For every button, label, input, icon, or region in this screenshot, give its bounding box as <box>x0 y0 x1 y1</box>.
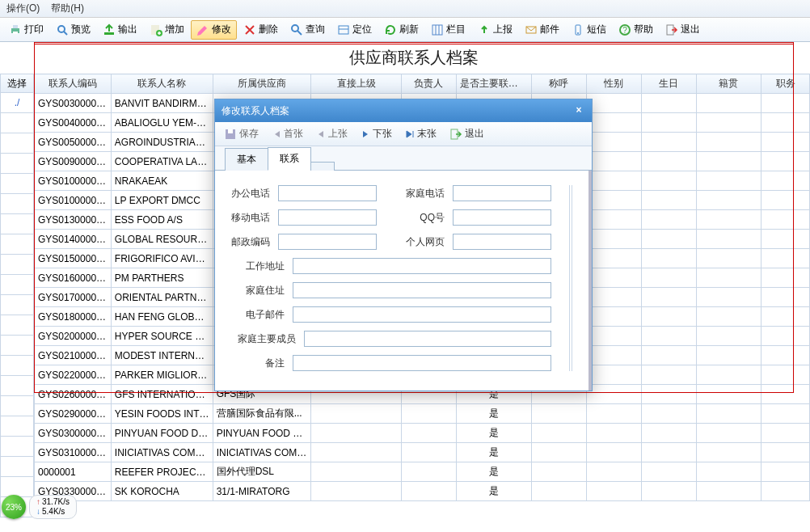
cell-code: GYS02600000001 <box>35 385 112 404</box>
work-addr-field[interactable] <box>293 258 551 274</box>
home-phone-field[interactable] <box>453 185 551 201</box>
cell-name: INICIATIVAS COME... <box>111 443 213 462</box>
tab-basic[interactable]: 基本 <box>225 148 268 171</box>
query-button[interactable]: 查询 <box>285 20 331 40</box>
cell-name: LP EXPORT DMCC <box>111 191 213 210</box>
dlg-first-button[interactable]: 首张 <box>266 125 309 144</box>
delete-button[interactable]: 删除 <box>238 20 284 40</box>
select-cell[interactable] <box>0 113 34 133</box>
column-header[interactable]: 生日 <box>641 74 696 94</box>
add-button[interactable]: 增加 <box>144 20 190 40</box>
select-cell[interactable] <box>0 376 34 396</box>
select-cell[interactable] <box>0 255 34 275</box>
select-cell[interactable] <box>0 336 34 356</box>
export-button[interactable]: 输出 <box>97 20 143 40</box>
select-cell[interactable] <box>0 214 34 234</box>
qq-field[interactable] <box>453 209 551 226</box>
cell-native <box>696 133 761 152</box>
help-button[interactable]: ?帮助 <box>613 20 659 40</box>
email-field[interactable] <box>293 306 551 323</box>
qq-label: QQ号 <box>413 211 445 225</box>
tab-contact[interactable]: 联系 <box>268 147 311 171</box>
select-cell[interactable] <box>0 174 34 194</box>
search-icon <box>290 23 303 36</box>
table-row[interactable]: 0000001REEFER PROJECT L...国外代理DSL是 <box>35 462 810 482</box>
cell-native <box>696 152 761 171</box>
sms-button[interactable]: 短信 <box>566 20 612 40</box>
table-row[interactable]: GYS03000000001PINYUAN FOOD DIS...PINYUAN… <box>35 424 810 443</box>
cell-name: ESS FOOD A/S <box>111 210 213 230</box>
cell-name: ABALIOGLU YEM-SO... <box>111 113 213 133</box>
column-header[interactable]: 是否主要联系人 <box>456 74 531 94</box>
dlg-last-button[interactable]: 末张 <box>399 125 442 144</box>
column-header[interactable]: 直接上级 <box>311 74 401 94</box>
dialog-titlebar[interactable]: 修改联系人档案 × <box>215 99 592 122</box>
menu-operate[interactable]: 操作(O) <box>6 2 40 15</box>
select-cell[interactable] <box>0 315 34 336</box>
select-cell[interactable] <box>0 437 34 457</box>
cell-code: GYS01300000001 <box>35 210 112 230</box>
select-header[interactable]: 选择 <box>0 74 34 93</box>
select-row-indicator[interactable]: ./ <box>0 93 34 113</box>
menu-help[interactable]: 帮助(H) <box>51 2 84 15</box>
office-phone-field[interactable] <box>278 185 377 201</box>
family-field[interactable] <box>304 331 551 347</box>
cell-birth <box>641 288 696 307</box>
tab-empty[interactable] <box>310 162 335 171</box>
home-addr-field[interactable] <box>293 282 551 298</box>
modify-button[interactable]: 修改 <box>191 20 237 40</box>
select-cell[interactable] <box>0 416 34 437</box>
select-cell[interactable] <box>0 457 34 477</box>
dlg-prev-button[interactable]: 上张 <box>310 125 353 144</box>
cell-supplier: 营膳国际食品有限... <box>213 404 311 424</box>
table-row[interactable]: GYS03300000001SK KOROCHA31/1-MIRATORG是 <box>35 482 810 501</box>
preview-button[interactable]: 预览 <box>50 20 96 40</box>
column-header[interactable]: 负责人 <box>401 74 456 94</box>
select-cell[interactable] <box>0 133 34 154</box>
columns-button[interactable]: 栏目 <box>425 20 471 40</box>
cell-name: SK KOROCHA <box>111 482 213 501</box>
mail-button[interactable]: 邮件 <box>519 20 565 40</box>
column-header[interactable]: 称呼 <box>531 74 586 94</box>
column-header[interactable]: 联系人编码 <box>35 74 112 94</box>
homepage-field[interactable] <box>453 234 551 250</box>
select-cell[interactable] <box>0 275 34 295</box>
table-row[interactable]: GYS02900000001YESIN FOODS INTE...营膳国际食品有… <box>35 404 810 424</box>
column-header[interactable]: 性别 <box>586 74 641 94</box>
cell-gender <box>586 443 641 462</box>
cell-job <box>761 230 810 249</box>
net-percent: 23% <box>2 495 26 519</box>
zip-field[interactable] <box>278 234 377 250</box>
mobile-field[interactable] <box>278 209 377 226</box>
select-cell[interactable] <box>0 194 34 214</box>
select-cell[interactable] <box>0 154 34 174</box>
cell-gender <box>586 365 641 385</box>
cell-birth <box>641 404 696 424</box>
column-header[interactable]: 职务 <box>761 74 810 94</box>
cell-gender <box>586 424 641 443</box>
cell-birth <box>641 230 696 249</box>
remark-field[interactable] <box>293 355 551 371</box>
column-header[interactable]: 所属供应商 <box>213 74 311 94</box>
cell-gender <box>586 462 641 482</box>
table-row[interactable]: GYS03100000001INICIATIVAS COME...INICIAT… <box>35 443 810 462</box>
dlg-next-button[interactable]: 下张 <box>355 125 398 144</box>
columns-icon <box>431 23 444 36</box>
print-button[interactable]: 打印 <box>3 20 49 40</box>
dlg-save-button[interactable]: 保存 <box>218 125 264 144</box>
close-icon[interactable]: × <box>572 104 585 117</box>
select-cell[interactable] <box>0 295 34 315</box>
svg-rect-2 <box>13 32 18 34</box>
cell-owner <box>401 462 456 482</box>
select-cell[interactable] <box>0 356 34 376</box>
exit-button[interactable]: 退出 <box>660 20 706 40</box>
select-cell[interactable] <box>0 234 34 255</box>
column-header[interactable]: 联系人名称 <box>111 74 213 94</box>
report-button[interactable]: 上报 <box>472 20 518 40</box>
select-cell[interactable] <box>0 396 34 416</box>
refresh-button[interactable]: 刷新 <box>378 20 424 40</box>
column-header[interactable]: 籍贯 <box>696 74 761 94</box>
dlg-exit-button[interactable]: 退出 <box>444 125 490 144</box>
locate-button[interactable]: 定位 <box>331 20 378 40</box>
dialog-body: 办公电话家庭电话 移动电话QQ号 邮政编码个人网页 工作地址 家庭住址 电子邮件… <box>215 171 592 391</box>
